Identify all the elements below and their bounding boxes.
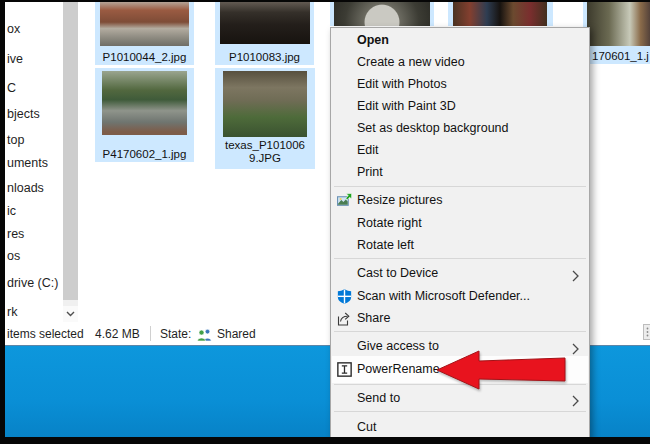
menu-item-label: Rotate left [357,238,414,252]
thumbnail-image [334,0,430,26]
shared-people-icon [196,327,213,345]
screenshot-root: ox ive C bjects top uments nloads ic res… [0,0,650,444]
menu-item-label: Send to [357,391,400,405]
status-size-text: 4.62 MB [95,327,140,341]
sidebar-item-local-disk-c[interactable]: drive (C:) [7,276,58,290]
menu-item-print[interactable]: Print [332,161,588,183]
sidebar-item-downloads[interactable]: nloads [7,181,44,195]
sidebar-item-desktop[interactable]: top [7,133,24,147]
crop-border-bottom [0,437,650,444]
menu-item-label: PowerRename [357,362,440,376]
menu-item-label: Open [357,33,389,47]
menu-item-resize-pictures[interactable]: Resize pictures [332,189,588,211]
status-divider [150,326,151,341]
menu-item-label: Cast to Device [357,266,438,280]
menu-item-cut[interactable]: Cut [332,416,588,438]
crop-border-left [0,0,5,444]
menu-item-rotate-left[interactable]: Rotate left [332,234,588,256]
file-scrollbar-fragment[interactable] [643,324,650,340]
file-tile[interactable]: P4170602_1.jpg [95,68,194,162]
file-tile[interactable]: 170601_1.j [583,0,650,64]
status-state-label: State: [160,327,191,341]
filename-label: P1010083.jpg [215,51,314,64]
filename-label: P1010044_2.jpg [95,51,194,64]
menu-item-label: Set as desktop background [357,121,509,135]
file-tile[interactable]: texas_P1010069.JPG [215,68,315,169]
microsoft-defender-icon [337,289,352,304]
menu-item-edit-with-photos[interactable]: Edit with Photos [332,73,588,95]
menu-item-label: Edit with Paint 3D [357,99,456,113]
menu-item-label: Share [357,311,390,325]
sidebar-item-network[interactable]: rk [7,305,17,319]
grip-dots-icon [646,327,649,337]
sidebar-item-3d-objects[interactable]: bjects [7,107,40,121]
thumbnail-image [223,71,307,137]
file-tile[interactable]: P1010083.jpg [215,0,314,65]
sidebar-scrollbar[interactable] [63,0,78,322]
menu-item-edit-with-paint3d[interactable]: Edit with Paint 3D [332,95,588,117]
navigation-pane: ox ive C bjects top uments nloads ic res… [5,0,63,322]
menu-item-label: Give access to [357,339,439,353]
thumbnail-image [453,0,547,26]
menu-item-label: Create a new video [357,55,465,69]
menu-item-edit[interactable]: Edit [332,139,588,161]
sidebar-item-documents[interactable]: uments [7,156,48,170]
menu-separator [334,411,586,412]
share-icon [337,311,352,326]
sidebar-item-drive[interactable]: ive [7,52,23,66]
powerrename-icon [337,362,352,377]
crop-border-top [0,0,650,2]
file-tile[interactable]: P1010044_2.jpg [95,0,194,65]
filename-label: texas_P1010069.JPG [215,139,315,165]
menu-separator [334,331,586,332]
menu-item-share[interactable]: Share [332,307,588,329]
sidebar-item-this-pc[interactable]: C [7,81,16,95]
menu-item-create-new-video[interactable]: Create a new video [332,51,588,73]
menu-item-cast-to-device[interactable]: Cast to Device [332,262,588,284]
menu-item-label: Print [357,165,383,179]
sidebar-scrollbar-thumb[interactable] [63,0,78,300]
annotation-arrow [433,349,569,393]
menu-separator [334,186,586,187]
sidebar-scroll-down-button[interactable] [63,306,78,322]
sidebar-item-pictures[interactable]: res [7,227,24,241]
sidebar-item-box[interactable]: ox [7,22,20,36]
sidebar-item-videos[interactable]: os [7,249,20,263]
menu-item-rotate-right[interactable]: Rotate right [332,212,588,234]
thumbnail-image [102,71,187,135]
resize-pictures-icon [337,193,352,208]
menu-item-label: Edit with Photos [357,77,447,91]
chevron-down-icon [66,311,75,317]
thumbnail-image [220,0,310,44]
menu-item-label: Resize pictures [357,193,442,207]
menu-item-label: Cut [357,420,376,434]
menu-item-label: Scan with Microsoft Defender... [357,289,530,303]
filename-label: 170601_1.j [583,50,650,63]
menu-item-label: Rotate right [357,216,422,230]
status-state-value: Shared [217,327,256,341]
filename-label: P4170602_1.jpg [95,148,194,161]
menu-separator [334,258,586,259]
menu-item-scan-with-defender[interactable]: Scan with Microsoft Defender... [332,285,588,307]
file-tile[interactable] [330,0,434,26]
menu-item-set-as-desktop-background[interactable]: Set as desktop background [332,117,588,139]
status-selection-text: items selected [7,327,84,341]
file-tile[interactable] [448,0,553,26]
sidebar-item-music[interactable]: ic [7,204,16,218]
thumbnail-image [587,0,650,46]
menu-item-open[interactable]: Open [332,29,588,51]
thumbnail-image [100,0,189,46]
menu-item-label: Edit [357,143,379,157]
